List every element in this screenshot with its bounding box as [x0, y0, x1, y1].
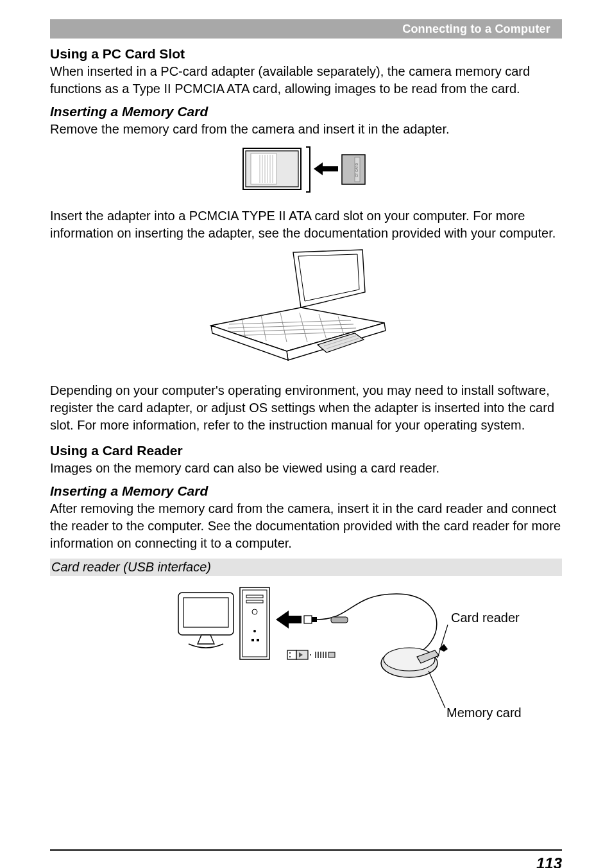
- heading-card-reader: Using a Card Reader: [50, 443, 562, 458]
- svg-rect-28: [246, 595, 263, 598]
- subheading-insert-memcard-1: Inserting a Memory Card: [50, 104, 562, 119]
- svg-rect-25: [183, 598, 228, 627]
- svg-rect-29: [246, 600, 263, 603]
- para-card-reader-intro: Images on the memory card can also be vi…: [50, 460, 562, 477]
- heading-pc-card-slot: Using a PC Card Slot: [50, 46, 562, 62]
- page-number: 113: [50, 855, 562, 868]
- svg-rect-32: [251, 639, 254, 641]
- svg-point-46: [310, 654, 311, 655]
- subheading-insert-memcard-2: Inserting a Memory Card: [50, 483, 562, 499]
- para-card-reader-steps: After removing the memory card from the …: [50, 500, 562, 552]
- svg-point-30: [252, 609, 257, 614]
- card-adapter-icon: CF CARD: [242, 144, 370, 196]
- svg-line-54: [429, 671, 445, 708]
- figure-card-adapter: CF CARD: [50, 144, 562, 196]
- footer-rule: [50, 849, 562, 851]
- section-title: Connecting to a Computer: [402, 22, 550, 36]
- section-header-bar: Connecting to a Computer: [50, 19, 562, 39]
- laptop-icon: [191, 248, 421, 370]
- label-memory-card: Memory card: [446, 706, 522, 720]
- svg-rect-36: [312, 617, 317, 622]
- svg-rect-37: [331, 617, 348, 623]
- page-content: Using a PC Card Slot When inserted in a …: [50, 39, 562, 868]
- para-pc-card-intro: When inserted in a PC-card adapter (avai…: [50, 63, 562, 98]
- svg-marker-34: [276, 611, 302, 629]
- svg-point-31: [253, 630, 256, 632]
- cf-card-label: CF CARD: [355, 163, 359, 178]
- svg-rect-41: [287, 650, 296, 659]
- page: Connecting to a Computer Using a PC Card…: [0, 0, 612, 868]
- svg-line-53: [438, 625, 448, 658]
- svg-marker-9: [314, 162, 338, 175]
- svg-point-43: [289, 656, 291, 657]
- band-card-reader-usb: Card reader (USB interface): [50, 559, 562, 576]
- svg-point-42: [289, 652, 291, 654]
- svg-rect-35: [304, 616, 312, 623]
- para-os-env: Depending on your computer's operating e…: [50, 382, 562, 434]
- usb-reader-icon: [50, 580, 563, 721]
- figure-laptop: [50, 248, 562, 370]
- figure-usb-reader: Card reader Memory card: [50, 580, 562, 721]
- svg-rect-52: [328, 652, 335, 657]
- svg-rect-33: [257, 639, 259, 641]
- svg-rect-10: [342, 155, 365, 184]
- para-insert-adapter: Insert the adapter into a PCMCIA TYPE II…: [50, 207, 562, 242]
- para-remove-insert: Remove the memory card from the camera a…: [50, 121, 562, 138]
- label-card-reader: Card reader: [451, 611, 520, 625]
